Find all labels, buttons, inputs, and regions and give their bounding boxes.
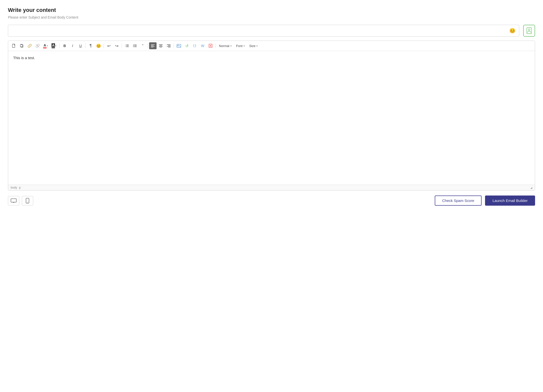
toolbar-align-center[interactable] [157, 42, 164, 49]
editor-toolbar: A ▾ A ▾ B I U ¶ 😊 ↩ ↪ [8, 41, 535, 51]
toolbar-sep-3 [104, 43, 104, 48]
toolbar-insert-image[interactable] [175, 42, 183, 49]
launch-email-builder-button[interactable]: Launch Email Builder [485, 196, 535, 206]
desktop-view-button[interactable] [8, 196, 19, 205]
size-dropdown-arrow: ▾ [256, 45, 258, 47]
toolbar-paragraph[interactable]: ¶ [87, 42, 94, 49]
statusbar-tag-p: p [19, 186, 21, 189]
toolbar-code[interactable]: {} [191, 42, 198, 49]
toolbar-emoji[interactable]: 😊 [95, 42, 102, 49]
mobile-view-button[interactable] [22, 196, 33, 205]
toolbar-link[interactable] [26, 42, 33, 49]
resize-handle[interactable]: ◢ [530, 186, 532, 189]
toolbar-highlight-color[interactable]: A ▾ [50, 42, 58, 49]
toolbar-size-dropdown[interactable]: Size ▾ [247, 42, 260, 49]
toolbar-blockquote[interactable]: " [139, 42, 146, 49]
toolbar-sep-6 [174, 43, 174, 48]
bottom-bar: Check Spam Score Launch Email Builder [8, 196, 535, 208]
subject-input[interactable] [11, 29, 508, 33]
check-spam-button[interactable]: Check Spam Score [435, 196, 482, 206]
toolbar-font-dropdown[interactable]: Font ▾ [234, 42, 247, 49]
svg-line-6 [36, 44, 39, 47]
toolbar-ordered-list[interactable]: 1 2 3 [123, 42, 131, 49]
toolbar-text-color[interactable]: A ▾ [42, 42, 49, 49]
svg-rect-5 [21, 44, 22, 45]
toolbar-undo[interactable]: ↩ [105, 42, 112, 49]
toolbar-bold[interactable]: B [61, 42, 68, 49]
svg-point-18 [133, 47, 134, 47]
toolbar-style-dropdown[interactable]: Normal ▾ [217, 42, 234, 49]
action-buttons: Check Spam Score Launch Email Builder [435, 196, 535, 206]
statusbar-tag-body: body [11, 186, 17, 189]
toolbar-custom-1[interactable]: ↺ [183, 42, 190, 49]
toolbar-sep-1 [59, 43, 60, 48]
editor-content-p: This is a test. [13, 55, 530, 61]
toolbar-paste[interactable] [18, 42, 26, 49]
svg-point-1 [528, 29, 530, 31]
toolbar-unlink[interactable] [34, 42, 41, 49]
subject-row: 😊 [8, 25, 535, 37]
toolbar-underline[interactable]: U [77, 42, 84, 49]
editor-statusbar: body p ◢ [8, 185, 535, 190]
toolbar-clear-format[interactable] [207, 42, 214, 49]
toolbar-sep-2 [85, 43, 86, 48]
statusbar-tags: body p [11, 186, 21, 189]
svg-rect-2 [12, 44, 15, 48]
svg-rect-36 [11, 199, 16, 202]
toolbar-redo[interactable]: ↪ [113, 42, 120, 49]
svg-point-32 [178, 45, 178, 46]
toolbar-align-left[interactable] [149, 42, 157, 49]
text-color-indicator: A [43, 43, 47, 48]
editor-container: A ▾ A ▾ B I U ¶ 😊 ↩ ↪ [8, 41, 535, 191]
toolbar-sep-7 [216, 43, 216, 48]
view-toggles [8, 196, 33, 205]
toolbar-insert-file[interactable] [10, 42, 18, 49]
page-subtitle: Please enter Subject and Email Body Cont… [8, 15, 535, 19]
page-title: Write your content [8, 7, 535, 13]
subject-input-wrap: 😊 [8, 25, 519, 37]
editor-body[interactable]: This is a test. [8, 51, 535, 185]
subject-emoji-button[interactable]: 😊 [508, 28, 516, 34]
svg-text:3: 3 [125, 46, 126, 47]
highlight-color-indicator: A [52, 43, 55, 48]
font-dropdown-arrow: ▾ [244, 45, 245, 47]
toolbar-unordered-list[interactable] [131, 42, 138, 49]
style-dropdown-label: Normal [219, 44, 229, 48]
toolbar-align-right[interactable] [165, 42, 172, 49]
toolbar-italic[interactable]: I [69, 42, 76, 49]
toolbar-custom-2[interactable]: W [199, 42, 206, 49]
toolbar-sep-5 [148, 43, 148, 48]
contact-icon-button[interactable] [523, 25, 535, 37]
font-dropdown-label: Font [236, 44, 243, 48]
toolbar-sep-4 [122, 43, 122, 48]
svg-point-16 [133, 45, 134, 45]
svg-point-40 [27, 202, 28, 203]
svg-point-17 [133, 46, 134, 46]
style-dropdown-arrow: ▾ [230, 45, 232, 47]
size-dropdown-label: Size [249, 44, 255, 48]
